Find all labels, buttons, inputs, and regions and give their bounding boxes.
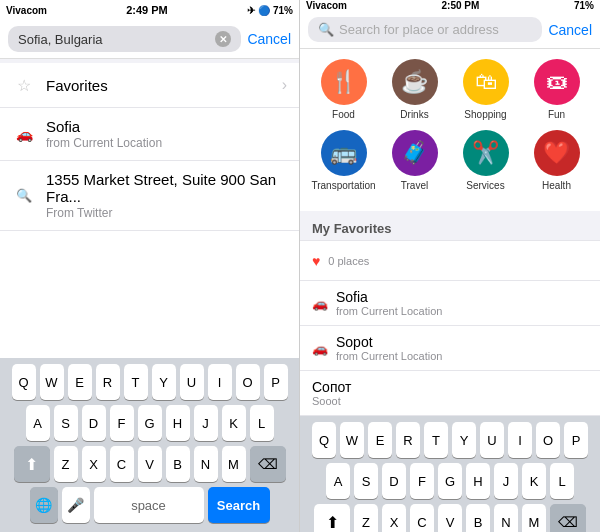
services-label: Services	[466, 180, 504, 191]
rkey-v[interactable]: V	[438, 504, 462, 532]
backspace-key-right[interactable]: ⌫	[550, 504, 586, 532]
shift-key-right[interactable]: ⬆	[314, 504, 350, 532]
rkey-o[interactable]: O	[536, 422, 560, 458]
category-health[interactable]: ❤️ Health	[528, 130, 586, 191]
key-q[interactable]: Q	[12, 364, 36, 400]
rkey-i[interactable]: I	[508, 422, 532, 458]
key-f[interactable]: F	[110, 405, 134, 441]
rkey-t[interactable]: T	[424, 422, 448, 458]
key-m[interactable]: M	[222, 446, 246, 482]
category-shopping[interactable]: 🛍 Shopping	[457, 59, 515, 120]
key-u[interactable]: U	[180, 364, 204, 400]
key-r[interactable]: R	[96, 364, 120, 400]
key-z[interactable]: Z	[54, 446, 78, 482]
favorites-item[interactable]: ☆ Favorites ›	[0, 63, 299, 108]
mic-key-left[interactable]: 🎤	[62, 487, 90, 523]
key-e[interactable]: E	[68, 364, 92, 400]
rkey-w[interactable]: W	[340, 422, 364, 458]
list-item-twitter[interactable]: 🔍 1355 Market Street, Suite 900 San Fra.…	[0, 161, 299, 231]
rkey-m[interactable]: M	[522, 504, 546, 532]
my-favorites-item[interactable]: ♥ 0 places	[300, 241, 600, 281]
key-l[interactable]: L	[250, 405, 274, 441]
sofia-item-text: Sofia from Current Location	[46, 118, 287, 150]
rkey-h[interactable]: H	[466, 463, 490, 499]
rkey-b[interactable]: B	[466, 504, 490, 532]
key-y[interactable]: Y	[152, 364, 176, 400]
key-p[interactable]: P	[264, 364, 288, 400]
category-food[interactable]: 🍴 Food	[315, 59, 373, 120]
key-o[interactable]: O	[236, 364, 260, 400]
rkey-p[interactable]: P	[564, 422, 588, 458]
rkey-l[interactable]: L	[550, 463, 574, 499]
right-list: My Favorites ♥ 0 places 🚗 Sofia from Cur…	[300, 215, 600, 416]
rkey-z[interactable]: Z	[354, 504, 378, 532]
right-item-sofia[interactable]: 🚗 Sofia from Current Location	[300, 281, 600, 326]
rkey-r[interactable]: R	[396, 422, 420, 458]
favorites-label: Favorites	[46, 77, 272, 94]
key-g[interactable]: G	[138, 405, 162, 441]
rkey-q[interactable]: Q	[312, 422, 336, 458]
key-n[interactable]: N	[194, 446, 218, 482]
key-w[interactable]: W	[40, 364, 64, 400]
search-input-left[interactable]: Sofia, Bulgaria ✕	[8, 26, 241, 52]
sofia-right-text: Sofia from Current Location	[336, 289, 442, 317]
backspace-key-left[interactable]: ⌫	[250, 446, 286, 482]
search-placeholder-right: Search for place or address	[339, 22, 499, 37]
cancel-button-left[interactable]: Cancel	[247, 31, 291, 47]
category-travel[interactable]: 🧳 Travel	[386, 130, 444, 191]
rkey-g[interactable]: G	[438, 463, 462, 499]
keyboard-right: Q W E R T Y U I O P A S D F G H J K L ⬆ …	[300, 416, 600, 532]
category-fun[interactable]: 🎟 Fun	[528, 59, 586, 120]
right-item-sopot-cy[interactable]: Сопот Sooot	[300, 371, 600, 416]
rkey-k[interactable]: K	[522, 463, 546, 499]
category-services[interactable]: ✂️ Services	[457, 130, 515, 191]
key-v[interactable]: V	[138, 446, 162, 482]
rkey-f[interactable]: F	[410, 463, 434, 499]
rkey-x[interactable]: X	[382, 504, 406, 532]
rkey-y[interactable]: Y	[452, 422, 476, 458]
globe-key-left[interactable]: 🌐	[30, 487, 58, 523]
rkey-d[interactable]: D	[382, 463, 406, 499]
key-row-4-left: 🌐 🎤 space Search	[4, 487, 295, 523]
category-transportation[interactable]: 🚌 Transportation	[315, 130, 373, 191]
search-key-left[interactable]: Search	[208, 487, 270, 523]
key-d[interactable]: D	[82, 405, 106, 441]
clear-button-left[interactable]: ✕	[215, 31, 231, 47]
key-j[interactable]: J	[194, 405, 218, 441]
key-h[interactable]: H	[166, 405, 190, 441]
key-i[interactable]: I	[208, 364, 232, 400]
rkey-e[interactable]: E	[368, 422, 392, 458]
key-k[interactable]: K	[222, 405, 246, 441]
right-item-sopot[interactable]: 🚗 Sopot from Current Location	[300, 326, 600, 371]
rkey-s[interactable]: S	[354, 463, 378, 499]
rkey-a[interactable]: A	[326, 463, 350, 499]
key-b[interactable]: B	[166, 446, 190, 482]
key-t[interactable]: T	[124, 364, 148, 400]
list-item-sofia[interactable]: 🚗 Sofia from Current Location	[0, 108, 299, 161]
sopot-right-text: Sopot from Current Location	[336, 334, 442, 362]
categories-section: 🍴 Food ☕ Drinks 🛍 Shopping 🎟 Fun 🚌 Trans…	[300, 49, 600, 211]
rkey-c[interactable]: C	[410, 504, 434, 532]
key-c[interactable]: C	[110, 446, 134, 482]
cancel-button-right[interactable]: Cancel	[548, 22, 592, 38]
key-s[interactable]: S	[54, 405, 78, 441]
key-x[interactable]: X	[82, 446, 106, 482]
rkey-u[interactable]: U	[480, 422, 504, 458]
food-label: Food	[332, 109, 355, 120]
search-value-left: Sofia, Bulgaria	[18, 32, 103, 47]
key-a[interactable]: A	[26, 405, 50, 441]
category-drinks[interactable]: ☕ Drinks	[386, 59, 444, 120]
rkey-n[interactable]: N	[494, 504, 518, 532]
time-left: 2:49 PM	[126, 4, 168, 16]
space-key-left[interactable]: space	[94, 487, 204, 523]
rkey-j[interactable]: J	[494, 463, 518, 499]
carrier-left: Vivacom	[6, 5, 47, 16]
search-input-right[interactable]: 🔍 Search for place or address	[308, 17, 542, 42]
chevron-icon: ›	[282, 76, 287, 94]
my-favorites-header: My Favorites	[300, 215, 600, 241]
heart-icon: ♥	[312, 253, 320, 269]
travel-label: Travel	[401, 180, 428, 191]
health-label: Health	[542, 180, 571, 191]
car-icon-sofia: 🚗	[312, 296, 328, 311]
shift-key-left[interactable]: ⬆	[14, 446, 50, 482]
